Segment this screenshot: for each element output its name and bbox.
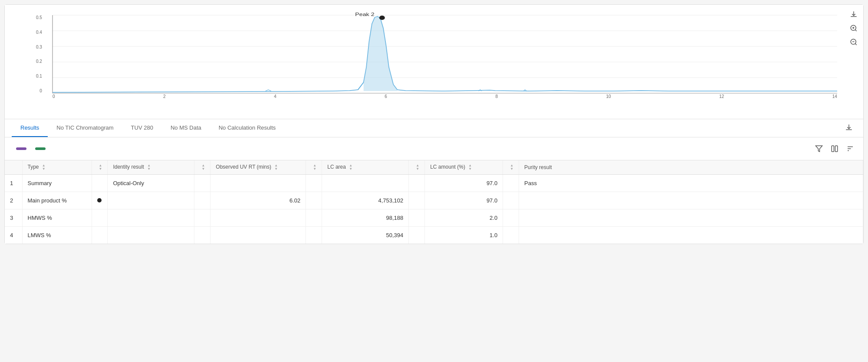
row-identity — [108, 209, 194, 227]
tab-no-tic[interactable]: No TIC Chromatogram — [48, 119, 122, 137]
table-row: 1 Summary Optical-Only 97.0 Pass — [5, 175, 863, 192]
col-header-lcarea[interactable]: LC area ▲▼ — [322, 160, 409, 175]
row-arrow2 — [194, 192, 210, 209]
row-purity — [519, 209, 863, 227]
row-dot — [92, 192, 108, 209]
row-arrow3 — [306, 175, 322, 192]
col-header-type[interactable]: Type ▲▼ — [22, 160, 92, 175]
row-num: 2 — [5, 192, 22, 209]
row-purity — [519, 227, 863, 244]
svg-text:Peak 2: Peak 2 — [355, 12, 374, 17]
tab-download-icon[interactable] — [842, 120, 856, 137]
col-header-arrow5: ▲▼ — [503, 160, 519, 175]
table-body: 1 Summary Optical-Only 97.0 Pass 2 Main … — [5, 175, 863, 244]
svg-marker-17 — [816, 146, 822, 152]
row-dot — [92, 175, 108, 192]
col-header-purity[interactable]: Purity result — [519, 160, 863, 175]
row-arrow5 — [503, 209, 519, 227]
main-container: 0.5 0.4 0.3 0.2 0.1 0 — [4, 4, 864, 244]
row-lcamount: 97.0 — [425, 192, 503, 209]
col-header-arrow4: ▲▼ — [409, 160, 425, 175]
row-uvrt — [210, 227, 306, 244]
tab-list: Results No TIC Chromatogram TUV 280 No M… — [12, 119, 842, 137]
row-arrow3 — [306, 209, 322, 227]
row-arrow3 — [306, 227, 322, 244]
row-lcarea: 4,753,102 — [322, 192, 409, 209]
row-num: 3 — [5, 209, 22, 227]
row-lcarea — [322, 175, 409, 192]
chart-zoom-out-icon[interactable] — [848, 37, 859, 47]
chart-svg: Peak 2 — [53, 15, 837, 93]
svg-line-11 — [855, 29, 856, 31]
row-type: HMWS % — [22, 209, 92, 227]
row-identity — [108, 227, 194, 244]
svg-rect-19 — [832, 146, 834, 152]
svg-rect-20 — [835, 146, 838, 152]
tab-tuv280[interactable]: TUV 280 — [122, 119, 162, 137]
lcamount-sort-icons: ▲▼ — [468, 164, 472, 171]
row-num: 1 — [5, 175, 22, 192]
tab-no-ms[interactable]: No MS Data — [162, 119, 210, 137]
table-row: 2 Main product % 6.02 4,753,102 97.0 — [5, 192, 863, 209]
row-arrow3 — [306, 192, 322, 209]
row-type: Main product % — [22, 192, 92, 209]
chart-icons — [848, 9, 859, 47]
row-type: Summary — [22, 175, 92, 192]
col-header-num — [5, 160, 22, 175]
results-section: Type ▲▼ ▲▼ Identity result ▲▼ ▲▼ Observe — [5, 137, 863, 244]
col-header-arrow3: ▲▼ — [306, 160, 322, 175]
columns-icon[interactable] — [829, 143, 841, 155]
chart-download-icon[interactable] — [848, 9, 859, 20]
tab-no-calc[interactable]: No Calculation Results — [210, 119, 285, 137]
row-arrow2 — [194, 175, 210, 192]
row-arrow4 — [409, 175, 425, 192]
row-lcamount: 2.0 — [425, 209, 503, 227]
table-header-row: Type ▲▼ ▲▼ Identity result ▲▼ ▲▼ Observe — [5, 160, 863, 175]
chart-section: 0.5 0.4 0.3 0.2 0.1 0 — [5, 5, 863, 119]
row-arrow4 — [409, 192, 425, 209]
row-lcarea: 50,394 — [322, 227, 409, 244]
table-row: 3 HMWS % 98,188 2.0 — [5, 209, 863, 227]
identity-sort-icons: ▲▼ — [147, 164, 151, 171]
col-header-arrow2: ▲▼ — [194, 160, 210, 175]
row-dot — [92, 209, 108, 227]
y-ticks: 0.5 0.4 0.3 0.2 0.1 0 — [36, 15, 42, 93]
row-dot — [92, 227, 108, 244]
row-arrow5 — [503, 175, 519, 192]
row-identity: Optical-Only — [108, 175, 194, 192]
row-arrow2 — [194, 227, 210, 244]
col-header-identity[interactable]: Identity result ▲▼ — [108, 160, 194, 175]
row-identity — [108, 192, 194, 209]
chart-wrapper: 0.5 0.4 0.3 0.2 0.1 0 — [31, 15, 837, 99]
svg-point-8 — [379, 16, 385, 20]
identity-badge — [16, 147, 26, 150]
row-arrow4 — [409, 209, 425, 227]
results-table: Type ▲▼ ▲▼ Identity result ▲▼ ▲▼ Observe — [5, 160, 863, 244]
tab-results[interactable]: Results — [12, 119, 48, 137]
results-header-left — [12, 147, 808, 150]
row-purity: Pass — [519, 175, 863, 192]
row-type: LMWS % — [22, 227, 92, 244]
col-header-uvrt[interactable]: Observed UV RT (mins) ▲▼ — [210, 160, 306, 175]
row-arrow5 — [503, 192, 519, 209]
row-arrow5 — [503, 227, 519, 244]
row-num: 4 — [5, 227, 22, 244]
row-uvrt — [210, 209, 306, 227]
filter-icon[interactable] — [813, 143, 825, 155]
sort-icon[interactable] — [844, 143, 856, 155]
purity-badge — [35, 147, 46, 150]
row-uvrt — [210, 175, 306, 192]
row-lcamount: 97.0 — [425, 175, 503, 192]
uvrt-sort-icons: ▲▼ — [274, 164, 278, 171]
col-header-arrow1: ▲▼ — [92, 160, 108, 175]
x-ticks: 0 2 4 6 8 10 12 14 — [53, 94, 837, 99]
svg-line-15 — [855, 43, 856, 45]
col-header-lcamount[interactable]: LC amount (%) ▲▼ — [425, 160, 503, 175]
lcarea-sort-icons: ▲▼ — [349, 164, 352, 171]
dot-icon — [97, 198, 102, 202]
row-uvrt: 6.02 — [210, 192, 306, 209]
table-row: 4 LMWS % 50,394 1.0 — [5, 227, 863, 244]
chart-zoom-in-icon[interactable] — [848, 23, 859, 33]
type-sort-icons: ▲▼ — [42, 164, 46, 171]
row-lcarea: 98,188 — [322, 209, 409, 227]
